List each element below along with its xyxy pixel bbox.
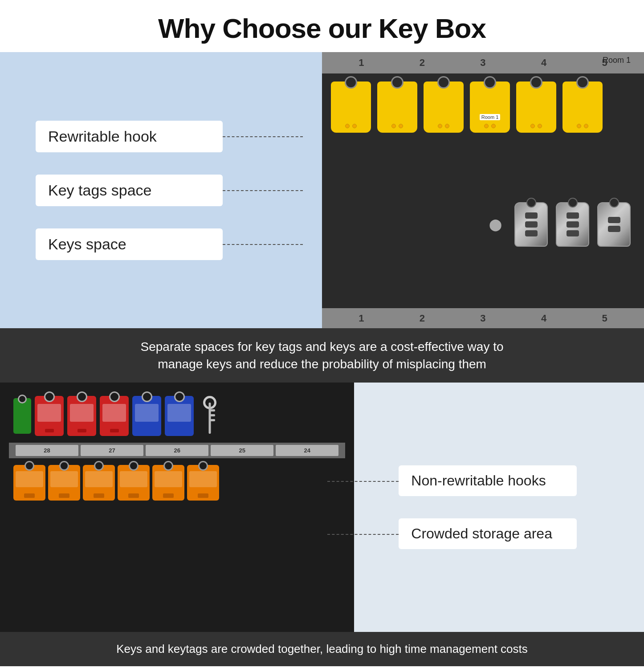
key-box-interior: 1 2 3 4 5 Room 1 [322,52,644,328]
tag-orange-3 [83,465,115,501]
bottom-comparison-section: 28 27 26 25 24 [0,383,644,632]
top-comparison-section: Rewritable hook Key tags space Keys spac… [0,52,644,328]
num-1: 1 [331,57,392,69]
metal-key [197,396,222,436]
crowded-interior: 28 27 26 25 24 [0,383,354,632]
tag-hole [438,124,442,128]
car-key-fob-2 [556,202,589,247]
tag-hole [352,124,357,128]
tag-bottom [24,493,35,498]
bottom-caption-bar: Keys and keytags are crowded together, l… [0,632,644,666]
yellow-key-tags-row: Room 1 [322,73,644,141]
tag-orange-6 [187,465,219,501]
tag-hole [584,124,588,128]
fob-button [525,221,538,228]
crowded-num-24: 24 [276,445,338,456]
label-key-tags-space: Key tags space [36,175,223,206]
label-non-rewritable: Non-rewritable hooks [399,465,577,496]
key-tag-5 [516,81,556,133]
tag-bottom [45,429,54,432]
tag-green [13,398,31,434]
key-tag-6 [562,81,603,133]
top-caption-bar: Separate spaces for key tags and keys ar… [0,328,644,383]
tag-hole [491,124,496,128]
tag-inner [70,404,94,422]
bot-num-2: 2 [392,313,453,324]
tag-orange-1 [13,465,45,501]
fob-button [525,230,538,236]
tag-inner [189,471,217,487]
num-4: 4 [514,57,575,69]
tag-hole [538,124,542,128]
tag-hole [445,124,449,128]
bot-num-5: 5 [574,313,635,324]
tag-hole [399,124,403,128]
room-label: Room 1 [603,56,631,65]
bot-num-4: 4 [514,313,575,324]
label-rewritable-hook: Rewritable hook [36,121,223,152]
tag-inner [50,471,78,487]
label-crowded-storage: Crowded storage area [399,518,577,549]
bot-num-3: 3 [452,313,514,324]
page-title: Why Choose our Key Box [0,0,644,52]
tooth [211,419,215,421]
bottom-caption-text: Keys and keytags are crowded together, l… [116,642,528,656]
tag-orange-4 [118,465,150,501]
crowded-box-panel: 28 27 26 25 24 [0,383,354,632]
tag-orange-5 [152,465,184,501]
tag-red-1 [35,396,64,436]
tooth [211,409,215,411]
crowded-num-27: 27 [81,445,143,456]
fob-button [525,212,538,219]
tag-inner [16,471,43,487]
crowded-num-25: 25 [211,445,273,456]
crowded-num-28: 28 [16,445,78,456]
tag-bottom [128,493,139,498]
key-ring-icon: ⬤ [489,218,502,232]
top-caption-text: Separate spaces for key tags and keys ar… [140,340,503,371]
key-tag-2 [377,81,417,133]
tag-blue-2 [165,396,194,436]
label-keys-space: Keys space [36,228,223,260]
tag-bottom [198,493,208,498]
key-tag-1 [331,81,371,133]
number-strip-bottom: 1 2 3 4 5 [322,308,644,328]
crowded-num-26: 26 [146,445,208,456]
tag-inner [102,404,126,422]
fob-button [567,221,579,228]
tag-red-2 [67,396,96,436]
tag-hole [484,124,489,128]
tag-hole [577,124,581,128]
tooth [211,414,215,416]
tag-bottom [77,429,86,432]
tag-red-3 [100,396,129,436]
key-box-interior-panel: 1 2 3 4 5 Room 1 [322,52,644,328]
tag-bottom [163,493,174,498]
orange-tags-row [9,465,219,501]
tag-hole [530,124,535,128]
tag-inner [155,471,182,487]
tag-orange-2 [48,465,80,501]
tag-bottom [94,493,104,498]
fob-button [608,226,620,232]
fob-button [567,230,579,236]
fob-button [567,212,579,219]
page-wrapper: Why Choose our Key Box Rewritable hook K… [0,0,644,666]
tag-blue-1 [132,396,161,436]
tag-inner [37,404,61,422]
key-tag-4: Room 1 [470,81,510,133]
fob-button [608,217,620,223]
tag-bottom [59,493,69,498]
tag-inner [167,404,191,422]
num-2: 2 [392,57,453,69]
bottom-right-panel: Non-rewritable hooks Crowded storage are… [354,383,644,632]
key-tag-label: Room 1 [480,114,501,120]
tag-hole [345,124,350,128]
mixed-tags-row [9,396,222,436]
tag-hole [391,124,396,128]
num-3: 3 [452,57,514,69]
tag-bottom [110,429,119,432]
car-keys-row: ⬤ [322,141,644,308]
key-tag-3 [424,81,464,133]
tag-inner [120,471,147,487]
